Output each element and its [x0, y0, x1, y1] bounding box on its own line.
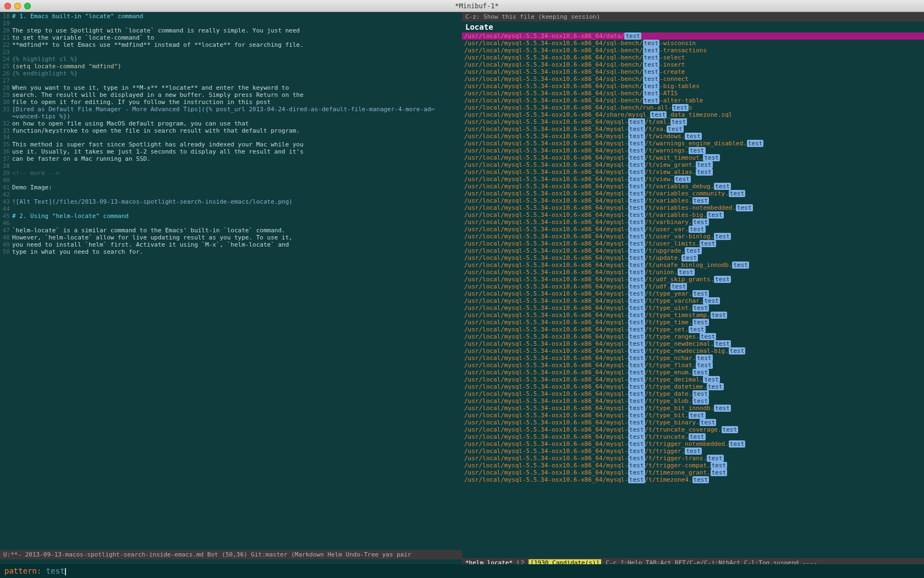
helm-result-row[interactable]: /usr/local/mysql-5.5.34-osx10.6-x86_64/m… — [462, 440, 924, 448]
helm-result-row[interactable]: /usr/local/mysql-5.5.34-osx10.6-x86_64/m… — [462, 211, 924, 219]
helm-result-row[interactable]: /usr/local/mysql-5.5.34-osx10.6-x86_64/s… — [462, 97, 924, 104]
line-number: 28 — [0, 85, 12, 92]
helm-result-row[interactable]: /usr/local/mysql-5.5.34-osx10.6-x86_64/m… — [462, 312, 924, 319]
helm-result-row[interactable]: /usr/local/mysql-5.5.34-osx10.6-x86_64/m… — [462, 297, 924, 304]
helm-result-row[interactable]: /usr/local/mysql-5.5.34-osx10.6-x86_64/m… — [462, 247, 924, 254]
helm-pane[interactable]: C-z: Show this file (keeping session) Lo… — [462, 12, 924, 564]
helm-result-row[interactable]: /usr/local/mysql-5.5.34-osx10.6-x86_64/s… — [462, 47, 924, 54]
helm-result-row[interactable]: /usr/local/mysql-5.5.34-osx10.6-x86_64/m… — [462, 168, 924, 176]
match-highlight: test — [692, 369, 710, 376]
minibuffer[interactable]: pattern: test — [0, 564, 924, 578]
helm-result-row[interactable]: /usr/local/mysql-5.5.34-osx10.6-x86_64/m… — [462, 376, 924, 383]
helm-result-row[interactable]: /usr/local/mysql-5.5.34-osx10.6-x86_64/m… — [462, 340, 924, 347]
close-icon[interactable] — [4, 3, 11, 9]
left-modeline[interactable]: U:**- 2013-09-13-macos-spotlight-search-… — [0, 550, 462, 559]
helm-result-row[interactable]: /usr/local/mysql-5.5.34-osx10.6-x86_64/s… — [462, 111, 924, 118]
helm-result-row[interactable]: /usr/local/mysql-5.5.34-osx10.6-x86_64/m… — [462, 233, 924, 240]
editor-line[interactable]: 33function/keystroke to open the file in… — [0, 128, 462, 135]
helm-result-row[interactable]: /usr/local/mysql-5.5.34-osx10.6-x86_64/m… — [462, 290, 924, 297]
helm-result-row[interactable]: /usr/local/mysql-5.5.34-osx10.6-x86_64/m… — [462, 183, 924, 190]
result-path: /usr/local/mysql-5.5.34-osx10.6-x86_64/m… — [464, 219, 628, 226]
helm-result-row[interactable]: /usr/local/mysql-5.5.34-osx10.6-x86_64/m… — [462, 147, 924, 154]
helm-result-row[interactable]: /usr/local/mysql-5.5.34-osx10.6-x86_64/m… — [462, 383, 924, 390]
editor-line[interactable]: 37can be faster on a Mac running an SSD. — [0, 156, 462, 163]
helm-result-row[interactable]: /usr/local/mysql-5.5.34-osx10.6-x86_64/m… — [462, 448, 924, 455]
editor-line[interactable]: 39<!-- more --> — [0, 170, 462, 177]
helm-result-row[interactable]: /usr/local/mysql-5.5.34-osx10.6-x86_64/s… — [462, 75, 924, 83]
match-highlight: test — [685, 247, 702, 254]
editor-line[interactable]: 38 — [0, 163, 462, 170]
helm-result-row[interactable]: /usr/local/mysql-5.5.34-osx10.6-x86_64/m… — [462, 412, 924, 419]
helm-result-row[interactable]: /usr/local/mysql-5.5.34-osx10.6-x86_64/m… — [462, 219, 924, 226]
right-modeline[interactable]: *helm locate* L2 [1930 Candidate(s)] C-c… — [462, 558, 924, 564]
editor-line[interactable]: 43![Alt Text](/files/2013-09-13-macos-sp… — [0, 199, 462, 206]
helm-results[interactable]: /usr/local/mysql-5.5.34-osx10.6-x86_64/d… — [462, 32, 924, 558]
helm-result-row[interactable]: /usr/local/mysql-5.5.34-osx10.6-x86_64/m… — [462, 462, 924, 469]
result-path: /usr/local/mysql-5.5.34-osx10.6-x86_64/s… — [464, 68, 643, 75]
helm-result-row[interactable]: /usr/local/mysql-5.5.34-osx10.6-x86_64/m… — [462, 261, 924, 269]
helm-result-row[interactable]: /usr/local/mysql-5.5.34-osx10.6-x86_64/m… — [462, 319, 924, 326]
helm-result-row[interactable]: /usr/local/mysql-5.5.34-osx10.6-x86_64/m… — [462, 197, 924, 204]
helm-result-row[interactable]: /usr/local/mysql-5.5.34-osx10.6-x86_64/m… — [462, 204, 924, 211]
helm-result-row[interactable]: /usr/local/mysql-5.5.34-osx10.6-x86_64/s… — [462, 68, 924, 75]
result-path: /t/variables-big. — [645, 211, 707, 219]
editor-line[interactable]: 18# 1. Emacs built-in "locate" command — [0, 13, 462, 20]
helm-result-row[interactable]: /usr/local/mysql-5.5.34-osx10.6-x86_64/s… — [462, 83, 924, 90]
helm-result-row[interactable]: /usr/local/mysql-5.5.34-osx10.6-x86_64/s… — [462, 104, 924, 111]
helm-result-row[interactable]: /usr/local/mysql-5.5.34-osx10.6-x86_64/m… — [462, 333, 924, 340]
helm-result-row[interactable]: /usr/local/mysql-5.5.34-osx10.6-x86_64/s… — [462, 40, 924, 47]
helm-result-row[interactable]: /usr/local/mysql-5.5.34-osx10.6-x86_64/m… — [462, 240, 924, 247]
helm-result-row[interactable]: /usr/local/mysql-5.5.34-osx10.6-x86_64/m… — [462, 405, 924, 412]
helm-result-row[interactable]: /usr/local/mysql-5.5.34-osx10.6-x86_64/m… — [462, 390, 924, 397]
helm-result-row[interactable]: /usr/local/mysql-5.5.34-osx10.6-x86_64/m… — [462, 419, 924, 426]
helm-result-row[interactable]: /usr/local/mysql-5.5.34-osx10.6-x86_64/m… — [462, 397, 924, 405]
result-path: /t/view_alias. — [645, 168, 696, 176]
minibuffer-input[interactable]: test — [46, 566, 65, 575]
result-path: /t/variables. — [645, 197, 692, 204]
editor-line[interactable]: 40 — [0, 177, 462, 184]
helm-result-row[interactable]: /usr/local/mysql-5.5.34-osx10.6-x86_64/m… — [462, 476, 924, 483]
helm-result-row[interactable]: /usr/local/mysql-5.5.34-osx10.6-x86_64/m… — [462, 161, 924, 168]
helm-result-row[interactable]: /usr/local/mysql-5.5.34-osx10.6-x86_64/m… — [462, 133, 924, 140]
cursor-icon — [65, 568, 66, 575]
zoom-icon[interactable] — [24, 3, 31, 9]
helm-result-row[interactable]: /usr/local/mysql-5.5.34-osx10.6-x86_64/m… — [462, 226, 924, 233]
helm-result-row[interactable]: /usr/local/mysql-5.5.34-osx10.6-x86_64/m… — [462, 355, 924, 362]
editor-pane[interactable]: 18# 1. Emacs built-in "locate" command19… — [0, 12, 462, 564]
helm-result-row[interactable]: /usr/local/mysql-5.5.34-osx10.6-x86_64/m… — [462, 269, 924, 276]
helm-result-row[interactable]: /usr/local/mysql-5.5.34-osx10.6-x86_64/m… — [462, 254, 924, 261]
helm-result-row[interactable]: /usr/local/mysql-5.5.34-osx10.6-x86_64/m… — [462, 176, 924, 183]
editor-line[interactable]: 41Demo Image: — [0, 184, 462, 192]
helm-selected-row[interactable]: /usr/local/mysql-5.5.34-osx10.6-x86_64/d… — [462, 32, 924, 40]
minimize-icon[interactable] — [14, 3, 21, 9]
helm-result-row[interactable]: /usr/local/mysql-5.5.34-osx10.6-x86_64/m… — [462, 469, 924, 476]
helm-result-row[interactable]: /usr/local/mysql-5.5.34-osx10.6-x86_64/s… — [462, 90, 924, 97]
helm-result-row[interactable]: /usr/local/mysql-5.5.34-osx10.6-x86_64/m… — [462, 276, 924, 283]
helm-result-row[interactable]: /usr/local/mysql-5.5.34-osx10.6-x86_64/m… — [462, 426, 924, 433]
line-text: When you want to use it, type in **M-x**… — [12, 84, 289, 91]
helm-result-row[interactable]: /usr/local/mysql-5.5.34-osx10.6-x86_64/m… — [462, 455, 924, 462]
result-path: /t/trigger-trans. — [645, 455, 707, 462]
helm-result-row[interactable]: /usr/local/mysql-5.5.34-osx10.6-x86_64/s… — [462, 61, 924, 68]
result-path: /usr/local/mysql-5.5.34-osx10.6-x86_64/m… — [464, 326, 628, 333]
helm-result-row[interactable]: /usr/local/mysql-5.5.34-osx10.6-x86_64/m… — [462, 347, 924, 355]
result-path: /t/user_limits. — [645, 240, 700, 247]
editor-content[interactable]: 18# 1. Emacs built-in "locate" command19… — [0, 12, 462, 550]
helm-result-row[interactable]: /usr/local/mysql-5.5.34-osx10.6-x86_64/m… — [462, 369, 924, 376]
helm-result-row[interactable]: /usr/local/mysql-5.5.34-osx10.6-x86_64/s… — [462, 54, 924, 61]
helm-result-row[interactable]: /usr/local/mysql-5.5.34-osx10.6-x86_64/m… — [462, 326, 924, 333]
helm-result-row[interactable]: /usr/local/mysql-5.5.34-osx10.6-x86_64/m… — [462, 304, 924, 312]
result-path: /usr/local/mysql-5.5.34-osx10.6-x86_64/m… — [464, 240, 628, 247]
helm-result-row[interactable]: /usr/local/mysql-5.5.34-osx10.6-x86_64/m… — [462, 190, 924, 197]
helm-result-row[interactable]: /usr/local/mysql-5.5.34-osx10.6-x86_64/m… — [462, 154, 924, 161]
helm-result-row[interactable]: /usr/local/mysql-5.5.34-osx10.6-x86_64/m… — [462, 126, 924, 133]
editor-line[interactable]: 50type in what you need to search for. — [0, 249, 462, 256]
editor-line[interactable]: 45# 2. Using "helm-locate" command — [0, 213, 462, 220]
helm-result-row[interactable]: /usr/local/mysql-5.5.34-osx10.6-x86_64/m… — [462, 362, 924, 369]
helm-result-row[interactable]: /usr/local/mysql-5.5.34-osx10.6-x86_64/m… — [462, 140, 924, 147]
editor-line[interactable]: 22**mdfind** to let Emacs use **mdfind**… — [0, 42, 462, 49]
helm-result-row[interactable]: /usr/local/mysql-5.5.34-osx10.6-x86_64/m… — [462, 118, 924, 126]
editor-line[interactable]: 26{% endhighlight %} — [0, 70, 462, 78]
helm-result-row[interactable]: /usr/local/mysql-5.5.34-osx10.6-x86_64/m… — [462, 433, 924, 440]
helm-result-row[interactable]: /usr/local/mysql-5.5.34-osx10.6-x86_64/m… — [462, 283, 924, 290]
